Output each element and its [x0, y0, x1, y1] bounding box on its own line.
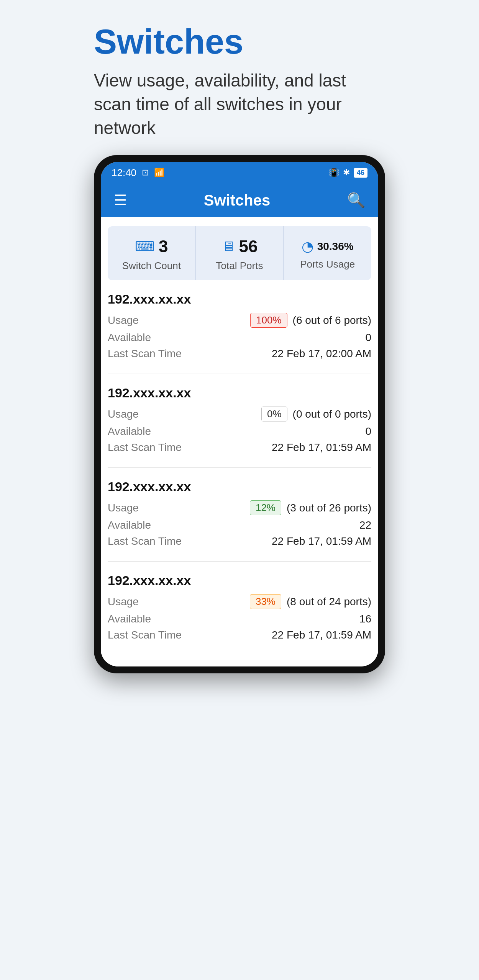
usage-label: Usage	[108, 502, 184, 514]
usage-label: Usage	[108, 408, 184, 420]
switch-scan-row: Last Scan Time 22 Feb 17, 01:59 AM	[108, 441, 371, 454]
switch-ip: 192.xxx.xx.xx	[108, 479, 371, 494]
usage-label: Usage	[108, 314, 184, 327]
switch-item[interactable]: 192.xxx.xx.xx Usage 100% (6 out of 6 por…	[108, 280, 371, 374]
switch-ip: 192.xxx.xx.xx	[108, 573, 371, 588]
switch-available-row: Available 16	[108, 613, 371, 625]
available-value: 0	[365, 425, 371, 438]
search-button[interactable]: 🔍	[344, 189, 368, 212]
phone-frame: 12:40 ⊡ 📶 📳 ✱ 46 ☰ Switches 🔍 ⌨	[94, 155, 385, 673]
switch-scan-row: Last Scan Time 22 Feb 17, 01:59 AM	[108, 629, 371, 641]
app-bar: ☰ Switches 🔍	[101, 183, 378, 217]
phone-inner: 12:40 ⊡ 📶 📳 ✱ 46 ☰ Switches 🔍 ⌨	[101, 162, 378, 666]
switch-count-value: 3	[159, 237, 168, 256]
usage-value: 33% (8 out of 24 ports)	[250, 594, 371, 609]
usage-badge: 33%	[250, 594, 281, 609]
stat-ports-usage-top: ◔ 30.36%	[302, 238, 354, 255]
switch-usage-row: Usage 100% (6 out of 6 ports)	[108, 313, 371, 328]
usage-detail: (0 out of 0 ports)	[293, 408, 371, 420]
total-ports-value: 56	[239, 237, 258, 256]
usage-value: 12% (3 out of 26 ports)	[250, 500, 371, 515]
page-subtitle: View usage, availability, and last scan …	[94, 69, 385, 140]
usage-value: 100% (6 out of 6 ports)	[250, 313, 371, 328]
usage-badge: 100%	[250, 313, 287, 328]
switch-usage-row: Usage 33% (8 out of 24 ports)	[108, 594, 371, 609]
last-scan-value: 22 Feb 17, 01:59 AM	[272, 535, 371, 547]
switch-available-row: Available 0	[108, 425, 371, 438]
status-time: 12:40	[112, 167, 136, 179]
stat-ports-usage: ◔ 30.36% Ports Usage	[284, 226, 371, 280]
wifi-icon: 📶	[154, 168, 164, 178]
bluetooth-icon: ✱	[343, 168, 350, 178]
ports-usage-value: 30.36%	[317, 240, 354, 253]
status-bar: 12:40 ⊡ 📶 📳 ✱ 46	[101, 162, 378, 183]
page-title: Switches	[94, 23, 385, 61]
available-value: 0	[365, 332, 371, 344]
stat-switch-count: ⌨ 3 Switch Count	[108, 226, 196, 280]
app-bar-title: Switches	[204, 192, 270, 209]
switch-ip: 192.xxx.xx.xx	[108, 292, 371, 307]
switch-usage-row: Usage 12% (3 out of 26 ports)	[108, 500, 371, 515]
status-left: 12:40 ⊡ 📶	[112, 167, 164, 179]
usage-detail: (3 out of 26 ports)	[287, 502, 371, 514]
last-scan-value: 22 Feb 17, 01:59 AM	[272, 629, 371, 641]
notification-icon: ⊡	[142, 168, 149, 178]
ports-usage-label: Ports Usage	[300, 258, 355, 270]
available-label: Available	[108, 519, 184, 531]
switch-scan-row: Last Scan Time 22 Feb 17, 01:59 AM	[108, 535, 371, 547]
switch-available-row: Available 0	[108, 332, 371, 344]
page-header: Switches View usage, availability, and l…	[94, 23, 385, 140]
available-label: Available	[108, 425, 184, 438]
last-scan-value: 22 Feb 17, 02:00 AM	[272, 348, 371, 360]
stats-card: ⌨ 3 Switch Count 🖥 56 Total Ports ◔ 3	[108, 226, 371, 280]
menu-button[interactable]: ☰	[111, 189, 130, 212]
switch-ip: 192.xxx.xx.xx	[108, 385, 371, 400]
usage-label: Usage	[108, 596, 184, 608]
scroll-area: ⌨ 3 Switch Count 🖥 56 Total Ports ◔ 3	[101, 226, 378, 666]
usage-detail: (8 out of 24 ports)	[287, 596, 371, 608]
stat-total-ports: 🖥 56 Total Ports	[196, 226, 284, 280]
last-scan-label: Last Scan Time	[108, 629, 184, 641]
available-label: Available	[108, 332, 184, 344]
switch-list: 192.xxx.xx.xx Usage 100% (6 out of 6 por…	[101, 280, 378, 655]
last-scan-label: Last Scan Time	[108, 441, 184, 454]
switch-count-label: Switch Count	[122, 260, 181, 272]
battery-badge: 46	[354, 168, 367, 178]
switch-scan-row: Last Scan Time 22 Feb 17, 02:00 AM	[108, 348, 371, 360]
status-right: 📳 ✱ 46	[329, 168, 367, 178]
available-value: 16	[359, 613, 371, 625]
switch-available-row: Available 22	[108, 519, 371, 531]
usage-badge: 12%	[250, 500, 281, 515]
available-label: Available	[108, 613, 184, 625]
total-ports-icon: 🖥	[221, 238, 235, 255]
usage-detail: (6 out of 6 ports)	[293, 314, 371, 327]
total-ports-label: Total Ports	[216, 260, 263, 272]
usage-value: 0% (0 out of 0 ports)	[261, 407, 371, 421]
last-scan-label: Last Scan Time	[108, 348, 184, 360]
vibrate-icon: 📳	[329, 168, 339, 178]
stat-total-ports-top: 🖥 56	[221, 237, 258, 256]
available-value: 22	[359, 519, 371, 531]
ports-usage-icon: ◔	[302, 238, 313, 255]
last-scan-label: Last Scan Time	[108, 535, 184, 547]
switch-item[interactable]: 192.xxx.xx.xx Usage 12% (3 out of 26 por…	[108, 468, 371, 562]
usage-badge: 0%	[261, 407, 287, 421]
stat-switch-count-top: ⌨ 3	[135, 237, 168, 256]
switch-item[interactable]: 192.xxx.xx.xx Usage 0% (0 out of 0 ports…	[108, 374, 371, 468]
switch-count-icon: ⌨	[135, 238, 155, 255]
switch-usage-row: Usage 0% (0 out of 0 ports)	[108, 407, 371, 421]
last-scan-value: 22 Feb 17, 01:59 AM	[272, 441, 371, 454]
switch-item[interactable]: 192.xxx.xx.xx Usage 33% (8 out of 24 por…	[108, 562, 371, 655]
